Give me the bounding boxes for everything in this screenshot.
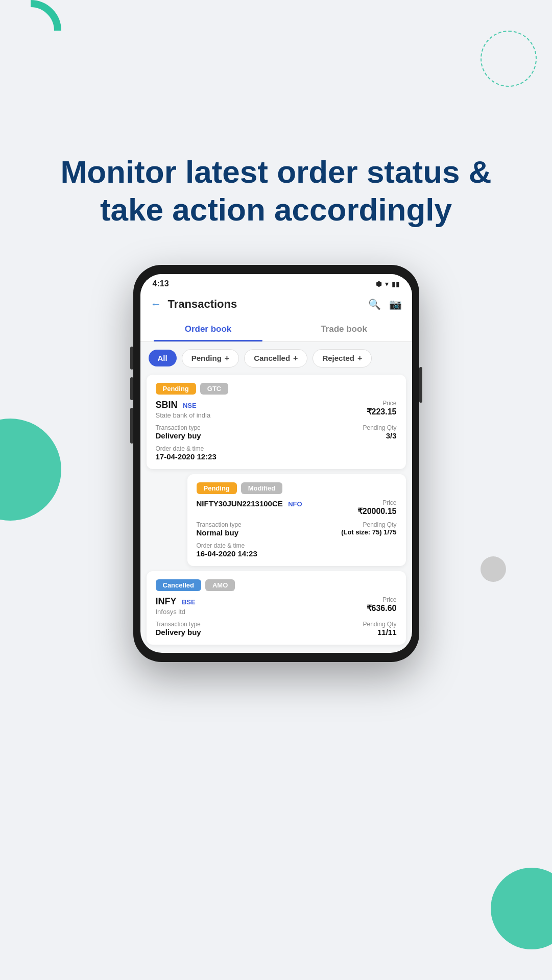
stock-info-infy: INFY BSE Infosys ltd	[156, 596, 196, 616]
power-button	[419, 367, 422, 403]
qty-block-infy: Pending Qty 11/11	[363, 621, 396, 636]
card-detail-sbin: Transaction type Delivery buy Pending Qt…	[156, 424, 397, 440]
phone-wrapper: 4:13 ⬢ ▾ ▮▮ ← Transactions 🔍 📷 Or	[0, 265, 552, 662]
qty-value-nifty: (Lot size: 75) 1/75	[341, 528, 396, 536]
price-label-sbin: Price	[367, 400, 397, 407]
bluetooth-icon: ⬢	[376, 280, 382, 288]
signal-icon: ▮▮	[392, 280, 400, 288]
price-label-nifty: Price	[357, 499, 397, 506]
price-value-sbin: ₹223.15	[367, 407, 397, 416]
qty-value-infy: 11/11	[363, 628, 396, 636]
transaction-block-infy: Transaction type Delivery buy	[156, 621, 201, 636]
card-header-infy: INFY BSE Infosys ltd Price ₹636.60	[156, 596, 397, 616]
filter-pending-plus: +	[225, 354, 229, 363]
transaction-label-infy: Transaction type	[156, 621, 201, 628]
stock-info-nifty: NIFTY30JUN2213100CE NFO	[197, 499, 302, 508]
search-icon[interactable]: 🔍	[368, 298, 381, 310]
stock-symbol-sbin: SBIN	[156, 400, 178, 410]
badge-pending-sbin: Pending	[156, 383, 196, 395]
transaction-value-sbin: Delivery buy	[156, 431, 201, 440]
stock-symbol-nifty: NIFTY30JUN2213100CE	[197, 499, 283, 508]
badge-amo-infy: AMO	[205, 579, 235, 591]
headline-section: Monitor latest order status & take actio…	[0, 61, 552, 250]
badge-cancelled-infy: Cancelled	[156, 579, 201, 591]
card-detail-nifty: Transaction type Normal buy Pending Qty …	[197, 521, 397, 537]
price-value-nifty: ₹20000.15	[357, 506, 397, 516]
order-card-sbin[interactable]: Pending GTC SBIN NSE State bank of india	[147, 375, 406, 469]
back-button[interactable]: ←	[151, 298, 162, 311]
status-time: 4:13	[153, 279, 169, 288]
card-badges-sbin: Pending GTC	[156, 383, 397, 395]
transaction-label-nifty: Transaction type	[197, 521, 242, 528]
filter-pending[interactable]: Pending +	[182, 349, 239, 368]
transaction-label-sbin: Transaction type	[156, 424, 201, 431]
stock-fullname-infy: Infosys ltd	[156, 608, 196, 616]
card-badges-infy: Cancelled AMO	[156, 579, 397, 591]
price-label-infy: Price	[367, 596, 397, 603]
volume-down-button	[130, 377, 133, 400]
header-icons: 🔍 📷	[368, 298, 402, 310]
badge-gtc-sbin: GTC	[200, 383, 228, 395]
deco-arc-left	[0, 0, 61, 61]
price-value-infy: ₹636.60	[367, 603, 397, 613]
wifi-icon: ▾	[385, 280, 389, 288]
stock-symbol-infy: INFY	[156, 596, 177, 606]
tabs-row: Order book Trade book	[140, 317, 412, 342]
qty-block-sbin: Pending Qty 3/3	[363, 424, 396, 440]
badge-modified-nifty: Modified	[241, 482, 282, 494]
app-header: ← Transactions 🔍 📷	[140, 291, 412, 317]
qty-block-nifty: Pending Qty (Lot size: 75) 1/75	[341, 521, 396, 537]
qty-label-infy: Pending Qty	[363, 621, 396, 628]
filter-rejected[interactable]: Rejected +	[313, 349, 372, 368]
app-title: Transactions	[168, 298, 362, 311]
tab-order-book[interactable]: Order book	[140, 317, 276, 341]
date-value-nifty: 16-04-2020 14:23	[197, 549, 397, 558]
date-block-sbin: Order date & time 17-04-2020 12:23	[156, 445, 397, 461]
price-block-nifty: Price ₹20000.15	[357, 499, 397, 516]
stock-exchange-nifty: NFO	[288, 500, 302, 508]
date-value-sbin: 17-04-2020 12:23	[156, 452, 397, 461]
volume-up-button	[130, 347, 133, 370]
price-block-infy: Price ₹636.60	[367, 596, 397, 613]
filter-cancelled[interactable]: Cancelled +	[244, 349, 307, 368]
phone-screen: 4:13 ⬢ ▾ ▮▮ ← Transactions 🔍 📷 Or	[140, 274, 412, 653]
card-badges-nifty: Pending Modified	[197, 482, 397, 494]
date-block-nifty: Order date & time 16-04-2020 14:23	[197, 542, 397, 558]
transaction-value-infy: Delivery buy	[156, 628, 201, 636]
orders-container: Pending GTC SBIN NSE State bank of india	[140, 375, 412, 653]
order-card-nifty[interactable]: Pending Modified NIFTY30JUN2213100CE NFO…	[187, 474, 406, 566]
camera-icon[interactable]: 📷	[389, 298, 402, 310]
headline-text: Monitor latest order status & take actio…	[41, 153, 511, 229]
transaction-block-sbin: Transaction type Delivery buy	[156, 424, 201, 440]
silent-button	[130, 408, 133, 444]
price-block-sbin: Price ₹223.15	[367, 400, 397, 416]
transaction-block-nifty: Transaction type Normal buy	[197, 521, 242, 537]
tab-trade-book[interactable]: Trade book	[276, 317, 412, 341]
card-header-sbin: SBIN NSE State bank of india Price ₹223.…	[156, 400, 397, 419]
badge-pending-nifty: Pending	[197, 482, 237, 494]
status-bar: 4:13 ⬢ ▾ ▮▮	[140, 274, 412, 291]
phone-frame: 4:13 ⬢ ▾ ▮▮ ← Transactions 🔍 📷 Or	[133, 265, 419, 662]
filter-cancelled-plus: +	[293, 354, 298, 363]
deco-circle-bottom-right	[491, 868, 552, 949]
stock-exchange-sbin: NSE	[183, 402, 197, 409]
transaction-value-nifty: Normal buy	[197, 528, 242, 537]
qty-value-sbin: 3/3	[363, 431, 396, 440]
filter-all[interactable]: All	[149, 350, 177, 366]
stock-info-sbin: SBIN NSE State bank of india	[156, 400, 211, 419]
deco-gray-circle	[481, 556, 506, 582]
card-header-nifty: NIFTY30JUN2213100CE NFO Price ₹20000.15	[197, 499, 397, 516]
status-icons: ⬢ ▾ ▮▮	[376, 280, 400, 288]
date-label-sbin: Order date & time	[156, 445, 397, 452]
qty-label-nifty: Pending Qty	[341, 521, 396, 528]
filter-row: All Pending + Cancelled + Rejected +	[140, 342, 412, 375]
filter-rejected-plus: +	[357, 354, 362, 363]
order-card-infy[interactable]: Cancelled AMO INFY BSE Infosys ltd Pr	[147, 571, 406, 645]
card-detail-infy: Transaction type Delivery buy Pending Qt…	[156, 621, 397, 636]
qty-label-sbin: Pending Qty	[363, 424, 396, 431]
stock-fullname-sbin: State bank of india	[156, 411, 211, 419]
date-label-nifty: Order date & time	[197, 542, 397, 549]
stock-exchange-infy: BSE	[182, 598, 196, 606]
